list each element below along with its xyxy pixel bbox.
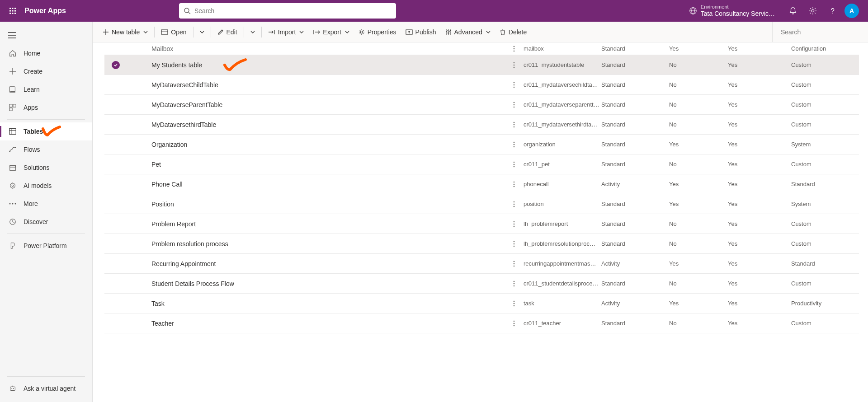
svg-point-64 [514, 62, 515, 63]
row-managed: Yes [669, 45, 728, 52]
nav-more[interactable]: More [0, 195, 92, 213]
row-more-menu[interactable] [508, 280, 520, 287]
table-row[interactable]: MailboxmailboxStandardYesYesConfiguratio… [104, 42, 859, 55]
row-more-menu[interactable] [508, 201, 520, 207]
chevron-down-icon [200, 30, 204, 34]
row-name[interactable]: Mailbox [145, 45, 508, 52]
app-launcher-icon[interactable] [5, 4, 20, 18]
nav-home[interactable]: Home [0, 44, 92, 62]
row-more-menu[interactable] [508, 241, 520, 247]
svg-point-32 [12, 185, 14, 187]
row-more-menu[interactable] [508, 181, 520, 187]
table-search[interactable] [772, 22, 863, 42]
environment-picker[interactable]: Environment Tata Consultancy Servic… [689, 4, 775, 18]
export-button[interactable]: Export [308, 22, 354, 42]
svg-rect-39 [10, 387, 15, 390]
table-row[interactable]: TasktaskActivityYesYesProductivity [104, 294, 859, 313]
row-name[interactable]: Position [145, 201, 508, 208]
row-more-menu[interactable] [508, 46, 520, 52]
row-more-menu[interactable] [508, 161, 520, 168]
row-more-menu[interactable] [508, 221, 520, 227]
home-icon [8, 49, 17, 57]
properties-button[interactable]: Properties [354, 22, 401, 42]
import-icon [268, 29, 275, 35]
row-name[interactable]: Organization [145, 141, 508, 148]
table-row[interactable]: Student Details Process Flowcr011_studen… [104, 274, 859, 294]
row-name[interactable]: Phone Call [145, 181, 508, 188]
edit-button[interactable]: Edit [213, 22, 242, 42]
row-more-menu[interactable] [508, 102, 520, 108]
user-avatar[interactable]: A [844, 4, 859, 18]
global-search[interactable] [179, 3, 396, 19]
advanced-button[interactable]: Advanced [441, 22, 495, 42]
nav-create[interactable]: Create [0, 62, 92, 80]
nav-power-platform[interactable]: Power Platform [0, 237, 92, 255]
import-button[interactable]: Import [264, 22, 309, 42]
table-row[interactable]: Recurring Appointmentrecurringappointmen… [104, 254, 859, 274]
nav-solutions[interactable]: Solutions [0, 159, 92, 177]
svg-point-80 [514, 164, 515, 165]
svg-rect-24 [9, 129, 16, 135]
row-name[interactable]: Pet [145, 161, 508, 168]
row-name[interactable]: Teacher [145, 320, 508, 327]
notifications-icon[interactable] [783, 0, 803, 22]
help-icon[interactable] [823, 0, 843, 22]
open-dropdown[interactable] [195, 22, 209, 42]
table-search-input[interactable] [781, 28, 860, 36]
svg-point-91 [514, 241, 515, 242]
row-name[interactable]: Problem resolution process [145, 240, 508, 248]
row-name[interactable]: Student Details Process Flow [145, 280, 508, 287]
row-customizable: Yes [728, 260, 791, 267]
delete-button[interactable]: Delete [495, 22, 531, 42]
table-row[interactable]: PositionpositionStandardYesYesSystem [104, 194, 859, 214]
nav-label: Apps [24, 104, 38, 111]
edit-dropdown[interactable] [246, 22, 259, 42]
nav-ask-virtual-agent[interactable]: Ask a virtual agent [0, 379, 92, 397]
settings-icon[interactable] [803, 0, 823, 22]
nav-label: AI models [24, 182, 52, 189]
row-name[interactable]: MyDataversethirdTable [145, 121, 508, 128]
row-more-menu[interactable] [508, 82, 520, 88]
table-row[interactable]: Phone CallphonecallActivityYesYesStandar… [104, 174, 859, 194]
more-vertical-icon [513, 320, 515, 327]
nav-label: Learn [24, 86, 40, 93]
table-row[interactable]: Problem Reportlh_problemreportStandardNo… [104, 214, 859, 234]
table-row[interactable]: Teachercr011_teacherStandardNoYesCustom [104, 313, 859, 333]
nav-ai-models[interactable]: AI models [0, 177, 92, 195]
nav-collapse-button[interactable] [0, 26, 92, 44]
nav-apps[interactable]: Apps [0, 98, 92, 117]
row-more-menu[interactable] [508, 122, 520, 128]
row-name[interactable]: Task [145, 300, 508, 307]
row-type: Standard [601, 240, 669, 247]
row-name[interactable]: MyDataverseChildTable [145, 81, 508, 89]
new-table-button[interactable]: New table [98, 22, 152, 42]
row-more-menu[interactable] [508, 300, 520, 307]
open-button[interactable]: Open [156, 22, 191, 42]
global-search-input[interactable] [194, 7, 392, 14]
row-name[interactable]: Recurring Appointment [145, 260, 508, 267]
row-more-menu[interactable] [508, 320, 520, 327]
table-row[interactable]: OrganizationorganizationStandardYesYesSy… [104, 135, 859, 154]
table-row[interactable]: MyDataverseParentTablecr011_mydataversep… [104, 95, 859, 115]
nav-flows[interactable]: Flows [0, 140, 92, 159]
tables-list[interactable]: MailboxmailboxStandardYesYesConfiguratio… [93, 42, 868, 402]
table-row[interactable]: Petcr011_petStandardNoYesCustom [104, 154, 859, 174]
nav-discover[interactable]: Discover [0, 213, 92, 231]
publish-button[interactable]: Publish [401, 22, 441, 42]
row-more-menu[interactable] [508, 141, 520, 148]
row-more-menu[interactable] [508, 62, 520, 68]
row-select-cell[interactable] [104, 61, 127, 69]
svg-point-74 [514, 124, 515, 125]
row-name[interactable]: Problem Report [145, 220, 508, 228]
brand-title[interactable]: Power Apps [24, 7, 66, 15]
nav-tables[interactable]: Tables [0, 122, 92, 140]
table-row[interactable]: Problem resolution processlh_problemreso… [104, 234, 859, 254]
publish-icon [406, 29, 413, 35]
row-more-menu[interactable] [508, 261, 520, 267]
table-row[interactable]: My Students tablecr011_mystudentstableSt… [104, 55, 859, 75]
nav-learn[interactable]: Learn [0, 80, 92, 98]
table-row[interactable]: MyDataverseChildTablecr011_mydataversech… [104, 75, 859, 95]
row-name[interactable]: My Students table [145, 61, 508, 69]
row-name[interactable]: MyDataverseParentTable [145, 101, 508, 108]
table-row[interactable]: MyDataversethirdTablecr011_mydataverseth… [104, 115, 859, 135]
